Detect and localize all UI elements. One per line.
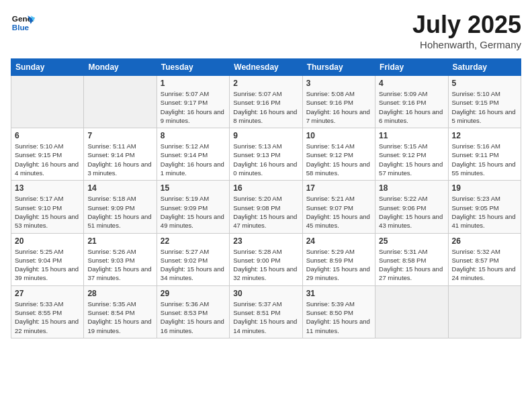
day-number: 30	[233, 289, 298, 298]
day-number: 16	[233, 183, 298, 193]
calendar-cell: 18Sunrise: 5:22 AM Sunset: 9:06 PM Dayli…	[375, 181, 448, 233]
day-info: Sunrise: 5:33 AM Sunset: 8:55 PM Dayligh…	[15, 300, 80, 335]
day-number: 23	[233, 236, 298, 246]
calendar-cell	[11, 76, 84, 128]
day-info: Sunrise: 5:27 AM Sunset: 9:02 PM Dayligh…	[161, 247, 226, 283]
day-info: Sunrise: 5:12 AM Sunset: 9:14 PM Dayligh…	[161, 142, 226, 177]
title-block: July 2025 Hohenwarth, Germany	[412, 11, 521, 50]
calendar-cell: 17Sunrise: 5:21 AM Sunset: 9:07 PM Dayli…	[302, 181, 375, 233]
weekday-header-cell: Saturday	[448, 59, 521, 76]
calendar-cell: 1Sunrise: 5:07 AM Sunset: 9:17 PM Daylig…	[157, 76, 229, 128]
weekday-header-cell: Wednesday	[230, 59, 302, 76]
day-info: Sunrise: 5:08 AM Sunset: 9:16 PM Dayligh…	[306, 89, 371, 125]
day-number: 17	[306, 183, 371, 193]
day-number: 6	[15, 131, 80, 140]
day-number: 18	[379, 183, 444, 193]
calendar-cell: 20Sunrise: 5:25 AM Sunset: 9:04 PM Dayli…	[11, 233, 84, 285]
day-info: Sunrise: 5:16 AM Sunset: 9:11 PM Dayligh…	[452, 142, 517, 177]
day-info: Sunrise: 5:28 AM Sunset: 9:00 PM Dayligh…	[233, 247, 298, 283]
day-number: 14	[87, 183, 152, 193]
calendar-cell: 29Sunrise: 5:36 AM Sunset: 8:53 PM Dayli…	[157, 285, 229, 338]
day-info: Sunrise: 5:22 AM Sunset: 9:06 PM Dayligh…	[379, 194, 444, 230]
day-info: Sunrise: 5:10 AM Sunset: 9:15 PM Dayligh…	[452, 89, 517, 125]
day-info: Sunrise: 5:26 AM Sunset: 9:03 PM Dayligh…	[87, 247, 152, 283]
page-header: General Blue July 2025 Hohenwarth, Germa…	[11, 11, 521, 50]
calendar-cell: 4Sunrise: 5:09 AM Sunset: 9:16 PM Daylig…	[375, 76, 448, 128]
calendar-cell: 8Sunrise: 5:12 AM Sunset: 9:14 PM Daylig…	[157, 128, 229, 181]
day-info: Sunrise: 5:29 AM Sunset: 8:59 PM Dayligh…	[306, 247, 371, 283]
calendar-cell: 25Sunrise: 5:31 AM Sunset: 8:58 PM Dayli…	[375, 233, 448, 285]
calendar-cell: 30Sunrise: 5:37 AM Sunset: 8:51 PM Dayli…	[230, 285, 302, 338]
day-number: 22	[161, 236, 226, 246]
day-number: 31	[306, 289, 371, 298]
logo: General Blue	[11, 11, 35, 35]
calendar-cell: 19Sunrise: 5:23 AM Sunset: 9:05 PM Dayli…	[448, 181, 521, 233]
weekday-header-cell: Friday	[375, 59, 448, 76]
svg-text:Blue: Blue	[12, 23, 30, 32]
day-number: 21	[87, 236, 152, 246]
month-title: July 2025	[412, 11, 521, 39]
day-info: Sunrise: 5:18 AM Sunset: 9:09 PM Dayligh…	[87, 194, 152, 230]
logo-icon: General Blue	[11, 11, 35, 35]
day-info: Sunrise: 5:32 AM Sunset: 8:57 PM Dayligh…	[452, 247, 517, 283]
calendar-body: 1Sunrise: 5:07 AM Sunset: 9:17 PM Daylig…	[11, 76, 521, 338]
weekday-header-cell: Monday	[84, 59, 157, 76]
day-number: 2	[233, 79, 298, 88]
day-number: 5	[452, 79, 517, 88]
day-number: 20	[15, 236, 80, 246]
day-info: Sunrise: 5:25 AM Sunset: 9:04 PM Dayligh…	[15, 247, 80, 283]
calendar-cell: 23Sunrise: 5:28 AM Sunset: 9:00 PM Dayli…	[230, 233, 302, 285]
day-number: 11	[379, 131, 444, 140]
calendar-cell: 6Sunrise: 5:10 AM Sunset: 9:15 PM Daylig…	[11, 128, 84, 181]
day-info: Sunrise: 5:13 AM Sunset: 9:13 PM Dayligh…	[233, 142, 298, 177]
day-info: Sunrise: 5:10 AM Sunset: 9:15 PM Dayligh…	[15, 142, 80, 177]
day-info: Sunrise: 5:31 AM Sunset: 8:58 PM Dayligh…	[379, 247, 444, 283]
day-number: 29	[161, 289, 226, 298]
calendar-cell: 15Sunrise: 5:19 AM Sunset: 9:09 PM Dayli…	[157, 181, 229, 233]
calendar-cell: 26Sunrise: 5:32 AM Sunset: 8:57 PM Dayli…	[448, 233, 521, 285]
day-number: 9	[233, 131, 298, 140]
day-number: 10	[306, 131, 371, 140]
day-info: Sunrise: 5:36 AM Sunset: 8:53 PM Dayligh…	[161, 300, 226, 335]
day-number: 8	[161, 131, 226, 140]
day-number: 3	[306, 79, 371, 88]
day-number: 12	[452, 131, 517, 140]
day-info: Sunrise: 5:11 AM Sunset: 9:14 PM Dayligh…	[87, 142, 152, 177]
calendar-cell: 2Sunrise: 5:07 AM Sunset: 9:16 PM Daylig…	[230, 76, 302, 128]
day-number: 26	[452, 236, 517, 246]
day-number: 24	[306, 236, 371, 246]
calendar-cell	[448, 285, 521, 338]
day-number: 19	[452, 183, 517, 193]
calendar-cell: 7Sunrise: 5:11 AM Sunset: 9:14 PM Daylig…	[84, 128, 157, 181]
day-number: 15	[161, 183, 226, 193]
calendar-cell: 24Sunrise: 5:29 AM Sunset: 8:59 PM Dayli…	[302, 233, 375, 285]
day-number: 25	[379, 236, 444, 246]
calendar-cell	[375, 285, 448, 338]
day-info: Sunrise: 5:14 AM Sunset: 9:12 PM Dayligh…	[306, 142, 371, 177]
calendar-week-row: 1Sunrise: 5:07 AM Sunset: 9:17 PM Daylig…	[11, 76, 521, 128]
day-info: Sunrise: 5:07 AM Sunset: 9:16 PM Dayligh…	[233, 89, 298, 125]
calendar-cell	[84, 76, 157, 128]
day-info: Sunrise: 5:35 AM Sunset: 8:54 PM Dayligh…	[87, 300, 152, 335]
day-number: 7	[87, 131, 152, 140]
day-info: Sunrise: 5:20 AM Sunset: 9:08 PM Dayligh…	[233, 194, 298, 230]
weekday-header-cell: Sunday	[11, 59, 84, 76]
calendar-cell: 28Sunrise: 5:35 AM Sunset: 8:54 PM Dayli…	[84, 285, 157, 338]
calendar-cell: 16Sunrise: 5:20 AM Sunset: 9:08 PM Dayli…	[230, 181, 302, 233]
day-number: 13	[15, 183, 80, 193]
day-number: 28	[87, 289, 152, 298]
calendar-cell: 14Sunrise: 5:18 AM Sunset: 9:09 PM Dayli…	[84, 181, 157, 233]
calendar-header-row: SundayMondayTuesdayWednesdayThursdayFrid…	[11, 59, 521, 76]
weekday-header-cell: Tuesday	[157, 59, 229, 76]
day-info: Sunrise: 5:23 AM Sunset: 9:05 PM Dayligh…	[452, 194, 517, 230]
day-number: 27	[15, 289, 80, 298]
day-info: Sunrise: 5:19 AM Sunset: 9:09 PM Dayligh…	[161, 194, 226, 230]
calendar-cell: 13Sunrise: 5:17 AM Sunset: 9:10 PM Dayli…	[11, 181, 84, 233]
day-info: Sunrise: 5:37 AM Sunset: 8:51 PM Dayligh…	[233, 300, 298, 335]
day-info: Sunrise: 5:39 AM Sunset: 8:50 PM Dayligh…	[306, 300, 371, 335]
calendar-cell: 9Sunrise: 5:13 AM Sunset: 9:13 PM Daylig…	[230, 128, 302, 181]
day-info: Sunrise: 5:17 AM Sunset: 9:10 PM Dayligh…	[15, 194, 80, 230]
calendar-cell: 3Sunrise: 5:08 AM Sunset: 9:16 PM Daylig…	[302, 76, 375, 128]
calendar-cell: 21Sunrise: 5:26 AM Sunset: 9:03 PM Dayli…	[84, 233, 157, 285]
day-number: 4	[379, 79, 444, 88]
